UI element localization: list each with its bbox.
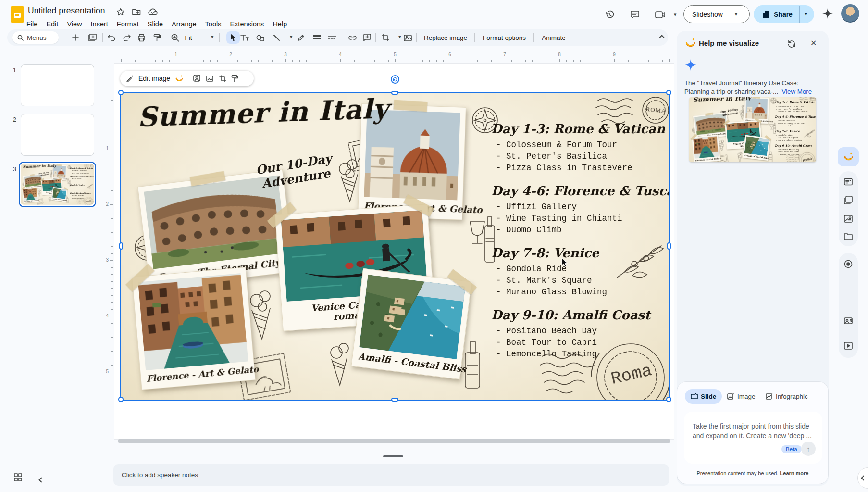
crop-button[interactable] bbox=[380, 29, 391, 46]
mask-image-button[interactable] bbox=[402, 29, 413, 46]
slide-thumbnail-2[interactable] bbox=[21, 114, 94, 156]
comments-icon[interactable] bbox=[630, 10, 640, 19]
menu-extensions[interactable]: Extensions bbox=[225, 19, 268, 29]
share-button[interactable]: Share ▾ bbox=[754, 5, 814, 23]
version-history-icon[interactable] bbox=[605, 10, 615, 20]
menu-insert[interactable]: Insert bbox=[87, 19, 112, 29]
new-slide-layout-button[interactable] bbox=[87, 29, 98, 46]
polaroid-street[interactable]: Florence - Art & Gelato bbox=[692, 135, 720, 162]
menu-help[interactable]: Help bbox=[268, 19, 291, 29]
line-tool-button[interactable] bbox=[271, 29, 282, 46]
folder-icon[interactable] bbox=[844, 232, 853, 241]
menu-format[interactable]: Format bbox=[112, 19, 143, 29]
collapse-toolbar-button[interactable] bbox=[656, 29, 668, 46]
shape-tool-button[interactable] bbox=[254, 29, 266, 46]
slide-canvas[interactable]: Summer in Italy Our 10-Day Adventure ROM… bbox=[689, 97, 816, 162]
portrait-effects-icon[interactable] bbox=[193, 75, 201, 82]
select-tool-button[interactable] bbox=[226, 31, 240, 44]
rotate-handle[interactable] bbox=[391, 75, 399, 84]
cloud-saved-icon[interactable] bbox=[148, 8, 158, 16]
menu-edit[interactable]: Edit bbox=[42, 19, 62, 29]
paint-format-button[interactable] bbox=[152, 29, 162, 46]
polaroid-amalfi[interactable]: Amalfi - Coastal Bliss bbox=[743, 135, 770, 161]
resize-handle-n[interactable] bbox=[391, 91, 398, 95]
gemini-spark-icon[interactable] bbox=[822, 8, 833, 19]
zoom-caret-icon[interactable]: ▾ bbox=[211, 34, 214, 40]
share-caret-icon[interactable]: ▾ bbox=[805, 11, 807, 17]
close-panel-icon[interactable]: ✕ bbox=[810, 38, 817, 48]
resize-handle-se[interactable] bbox=[666, 397, 671, 402]
resize-handle-s[interactable] bbox=[391, 398, 398, 402]
tab-slide[interactable]: Slide bbox=[685, 389, 722, 404]
menu-file[interactable]: File bbox=[22, 19, 42, 29]
slideshow-button[interactable]: Slideshow ▾ bbox=[683, 5, 750, 23]
star-icon[interactable] bbox=[116, 8, 125, 16]
slide-canvas[interactable]: Summer in Italy Our 10-Day Adventure ROM… bbox=[121, 93, 669, 400]
resize-handle-nw[interactable] bbox=[118, 90, 124, 95]
border-weight-button[interactable] bbox=[311, 29, 322, 46]
view-more-link[interactable]: View More bbox=[782, 88, 812, 95]
horizontal-scrollbar[interactable] bbox=[118, 439, 670, 443]
animate-button[interactable]: Animate bbox=[539, 29, 568, 46]
insert-link-button[interactable] bbox=[347, 29, 358, 46]
format-options-button[interactable]: Format options bbox=[480, 29, 528, 46]
resize-handle-sw[interactable] bbox=[118, 397, 124, 402]
outline-icon[interactable] bbox=[844, 177, 853, 186]
account-avatar[interactable] bbox=[841, 4, 859, 23]
menu-arrange[interactable]: Arrange bbox=[167, 19, 201, 29]
zoom-button[interactable] bbox=[170, 29, 180, 46]
resize-handle-w[interactable] bbox=[119, 242, 123, 250]
redo-button[interactable] bbox=[122, 29, 132, 46]
menu-view[interactable]: View bbox=[62, 19, 86, 29]
collapse-filmstrip-button[interactable] bbox=[39, 475, 43, 484]
suggestion-thumbnail[interactable]: Summer in Italy Our 10-Day Adventure ROM… bbox=[689, 97, 816, 162]
slide-thumbnail-3[interactable]: Summer in Italy Our 10-Day Adventure ROM… bbox=[19, 162, 96, 207]
speaker-video-icon[interactable] bbox=[844, 316, 853, 325]
move-folder-icon[interactable] bbox=[132, 8, 141, 16]
textbox-tool-button[interactable] bbox=[239, 29, 250, 46]
notes-resize-handle[interactable] bbox=[383, 455, 403, 457]
menu-tools[interactable]: Tools bbox=[201, 19, 226, 29]
document-title[interactable]: Untitled presentation bbox=[28, 6, 105, 16]
slide-editor-host[interactable]: Summer in Italy Our 10-Day Adventure ROM… bbox=[121, 93, 669, 400]
rail-help-me-visualize-active[interactable] bbox=[838, 147, 859, 166]
add-comment-button[interactable] bbox=[362, 29, 372, 46]
new-slide-button[interactable] bbox=[71, 29, 80, 46]
menus-search-button[interactable]: Menus bbox=[12, 31, 59, 44]
grid-view-icon[interactable] bbox=[13, 473, 23, 482]
tab-image[interactable]: Image bbox=[721, 389, 761, 404]
resize-handle-e[interactable] bbox=[667, 242, 671, 250]
refresh-icon[interactable] bbox=[787, 38, 796, 48]
replace-image-button[interactable]: Replace image bbox=[422, 29, 469, 46]
polaroid-amalfi[interactable]: Amalfi - Coastal Bliss bbox=[351, 268, 471, 379]
learn-more-link[interactable]: Learn more bbox=[780, 470, 809, 476]
border-dash-button[interactable] bbox=[327, 29, 337, 46]
send-prompt-button[interactable]: ↑ bbox=[801, 442, 816, 456]
meet-camera-icon[interactable] bbox=[655, 11, 666, 18]
edit-image-label[interactable]: Edit image bbox=[138, 75, 170, 82]
camera-caret-icon[interactable]: ▾ bbox=[674, 12, 677, 18]
slide-canvas[interactable]: Summer in Italy Our 10-Day Adventure ROM… bbox=[21, 164, 94, 204]
line-caret-icon[interactable]: ▾ bbox=[290, 34, 293, 40]
crop-caret-icon[interactable]: ▾ bbox=[398, 34, 401, 40]
resize-handle-ne[interactable] bbox=[666, 90, 671, 95]
crop-icon[interactable] bbox=[219, 75, 226, 82]
polaroid-street[interactable]: Florence - Art & Gelato bbox=[132, 267, 256, 390]
expand-rail-button[interactable] bbox=[857, 467, 868, 489]
play-icon[interactable] bbox=[844, 341, 853, 350]
replace-image-icon[interactable] bbox=[206, 75, 214, 82]
zoom-select[interactable]: Fit bbox=[181, 29, 196, 46]
tab-infographic[interactable]: Infographic bbox=[760, 389, 814, 404]
image-search-icon[interactable] bbox=[844, 214, 853, 223]
polaroid-street[interactable]: Florence - Art & Gelato bbox=[22, 187, 38, 203]
layouts-icon[interactable] bbox=[844, 196, 853, 204]
pen-color-button[interactable] bbox=[296, 29, 306, 46]
slideshow-caret-icon[interactable]: ▾ bbox=[735, 11, 738, 17]
print-button[interactable] bbox=[136, 29, 147, 46]
slide-thumbnail-1[interactable] bbox=[21, 64, 94, 106]
polaroid-amalfi[interactable]: Amalfi - Coastal Bliss bbox=[51, 187, 68, 202]
undo-button[interactable] bbox=[106, 29, 117, 46]
record-icon[interactable] bbox=[844, 260, 853, 268]
speaker-notes-input[interactable]: Click to add speaker notes bbox=[113, 464, 669, 486]
recolor-icon[interactable] bbox=[231, 75, 238, 82]
